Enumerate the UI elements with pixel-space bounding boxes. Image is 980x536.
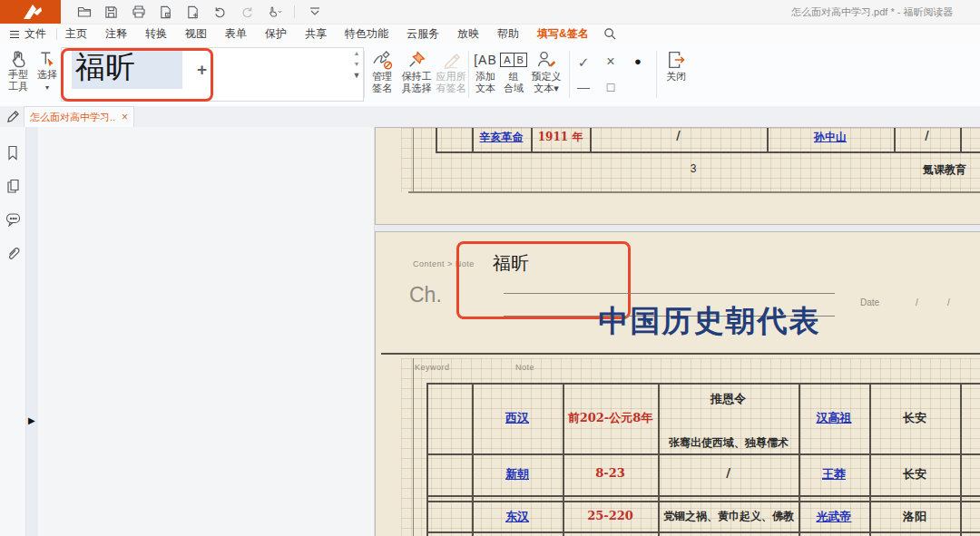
manage-signature-button[interactable]: 管理 签名: [366, 49, 398, 94]
combine-fields-button[interactable]: A B 组 合域: [500, 49, 527, 94]
hand-tool-button[interactable]: 手型 工具: [4, 49, 33, 93]
menu-item-share[interactable]: 共享: [305, 24, 327, 45]
square-stamp[interactable]: □: [601, 80, 621, 94]
menu-item-convert[interactable]: 转换: [145, 24, 167, 45]
open-folder-icon[interactable]: [76, 5, 92, 20]
row2-capital[interactable]: 长安: [869, 466, 960, 482]
gallery-expand-icon[interactable]: ▼: [353, 72, 361, 79]
menu-item-protect[interactable]: 保护: [265, 24, 287, 45]
manage-signature-icon: [371, 49, 393, 71]
row3-founder[interactable]: 光武帝: [799, 509, 869, 525]
hand-tool-label: 手型 工具: [8, 69, 28, 93]
panel-splitter[interactable]: [26, 127, 38, 536]
comments-panel-icon[interactable]: [4, 210, 22, 229]
combine-fields-icon: A B: [500, 49, 527, 71]
page1-cell-dynasty[interactable]: 辛亥革命: [472, 130, 531, 145]
undo-icon[interactable]: [212, 5, 228, 20]
panel-expand-handle[interactable]: ▶: [28, 415, 35, 425]
file-menu-button[interactable]: 文件: [9, 26, 46, 42]
document-tab-bar: 怎么面对高中学习... ×: [0, 106, 980, 128]
apply-all-signatures-button: 应用所 有签名: [432, 49, 470, 94]
select-tool-button[interactable]: 选择▾: [34, 49, 60, 93]
row1-period[interactable]: 前202-公元8年: [563, 410, 658, 426]
gallery-scroll-up-icon[interactable]: ▲: [354, 50, 360, 57]
foxit-logo[interactable]: [0, 0, 61, 24]
predefined-text-button[interactable]: 预定义 文本▾: [526, 49, 566, 94]
add-text-label: 添加 文本: [475, 71, 495, 94]
row2-dynasty[interactable]: 新朝: [472, 466, 563, 482]
select-text-icon: [38, 49, 56, 69]
navigation-panel-empty: [38, 127, 375, 536]
foxit-reader-window: 怎么面对高中学习.pdf * - 福昕阅读器 文件 主页 注释 转换 视图 表单…: [0, 0, 980, 536]
row2-period[interactable]: 8-23: [563, 466, 658, 480]
menu-item-view[interactable]: 视图: [185, 24, 207, 45]
menu-item-form[interactable]: 表单: [225, 24, 247, 45]
ribbon-separator: [656, 51, 657, 98]
hand-select-icon[interactable]: [267, 5, 282, 20]
page2-date-label: Date: [860, 297, 879, 307]
page1-cell-note[interactable]: /: [590, 130, 767, 142]
customize-toolbar-icon[interactable]: [307, 5, 322, 20]
pages-panel-icon[interactable]: [4, 177, 22, 195]
row3-dynasty[interactable]: 东汉: [472, 509, 563, 525]
hamburger-icon: [9, 30, 20, 39]
page-export-icon[interactable]: [158, 5, 173, 20]
row1-note-bottom[interactable]: 张骞出使西域、独尊儒术: [652, 435, 805, 451]
close-fill-sign-button[interactable]: 关闭: [661, 49, 691, 83]
page2-title[interactable]: 中国历史朝代表: [564, 301, 855, 342]
row1-dynasty[interactable]: 西汉: [472, 410, 563, 426]
checkmark-stamp[interactable]: ✓: [573, 54, 593, 71]
gallery-scroll-down-icon[interactable]: ▼: [354, 61, 360, 68]
menu-item-features[interactable]: 特色功能: [345, 24, 388, 45]
page-add-icon[interactable]: [185, 5, 201, 20]
gallery-scroll-arrows: ▲ ▼ ▼: [350, 50, 363, 79]
menu-item-help[interactable]: 帮助: [497, 24, 519, 45]
save-icon[interactable]: [103, 5, 119, 20]
document-tab[interactable]: 怎么面对高中学习... ×: [24, 106, 134, 127]
title-bar: 怎么面对高中学习.pdf * - 福昕阅读器: [0, 0, 980, 24]
page1-cell-extra[interactable]: /: [894, 130, 960, 142]
keep-tool-selected-button[interactable]: 保持工 具选择: [397, 49, 436, 94]
menu-item-home[interactable]: 主页: [65, 24, 87, 45]
row3-note[interactable]: 党锢之祸、黄巾起义、佛教: [655, 509, 802, 524]
print-icon[interactable]: [131, 5, 146, 20]
select-caret: ▾: [45, 83, 49, 92]
row2-note[interactable]: /: [658, 466, 799, 480]
page1-brand-text: 氪课教育: [909, 162, 980, 178]
exit-icon: [665, 49, 687, 71]
signature-annotation-callout: [61, 48, 213, 102]
cross-stamp[interactable]: ×: [601, 54, 621, 70]
row1-capital[interactable]: 长安: [869, 410, 960, 426]
page2-ruled-line-1: [504, 293, 835, 294]
edit-pencil-icon[interactable]: [6, 110, 20, 127]
window-title: 怎么面对高中学习.pdf * - 福昕阅读器: [791, 5, 953, 19]
page1-page-number: 3: [675, 162, 711, 175]
page1-cell-founder[interactable]: 孙中山: [767, 130, 894, 145]
redo-icon[interactable]: [240, 5, 255, 20]
row2-founder[interactable]: 王莽: [799, 466, 869, 482]
page1-cell-period[interactable]: 1911 年: [531, 130, 590, 145]
row1-founder[interactable]: 汉高祖: [799, 410, 869, 426]
page1-footer-line: [408, 191, 980, 193]
qat-separator: [294, 5, 295, 18]
menu-item-cloud[interactable]: 云服务: [407, 24, 439, 45]
document-area: ▶ 辛亥革命 1911 年 / 孙中山 / 3 氪课教育: [0, 127, 980, 536]
select-tool-label: 选择▾: [37, 69, 57, 93]
menu-bar: 文件 主页 注释 转换 视图 表单 保护 共享 特色功能 云服务 放映 帮助 填…: [0, 24, 980, 44]
pdf-page-2: Content > Note 福昕 Ch. 中国历史朝代表 Date / / K…: [376, 232, 980, 536]
page2-date-slash-1: /: [916, 297, 918, 307]
bookmarks-panel-icon[interactable]: [4, 143, 22, 161]
add-text-button[interactable]: [AB 添加 文本: [470, 49, 501, 94]
row3-capital[interactable]: 洛阳: [869, 509, 960, 525]
dash-stamp[interactable]: —: [573, 80, 593, 94]
tab-close-icon[interactable]: ×: [122, 111, 128, 123]
predefined-text-label: 预定义 文本▾: [532, 71, 562, 94]
menu-item-comment[interactable]: 注释: [105, 24, 127, 45]
dot-stamp[interactable]: ●: [628, 54, 648, 68]
row1-note-top[interactable]: 推恩令: [658, 391, 799, 407]
menu-item-fill-sign[interactable]: 填写&签名: [537, 24, 589, 45]
row3-period[interactable]: 25-220: [563, 509, 658, 522]
menu-item-present[interactable]: 放映: [457, 24, 479, 45]
attachments-panel-icon[interactable]: [4, 244, 22, 262]
search-icon[interactable]: [603, 27, 617, 41]
